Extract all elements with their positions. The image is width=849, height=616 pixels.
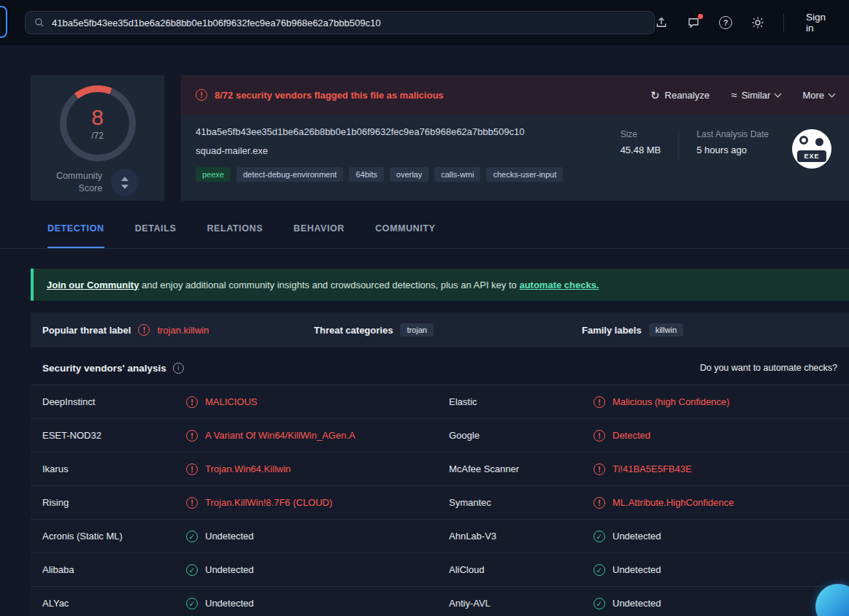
vendor-name: ALYac: [42, 598, 186, 609]
vote-down-icon[interactable]: [121, 185, 128, 189]
topbar-divider: [783, 14, 784, 31]
community-vote-stepper[interactable]: [111, 169, 139, 196]
exe-icon-eye-dot: [815, 138, 823, 146]
detection-score-donut: 8 /72: [60, 85, 136, 161]
search-bar[interactable]: [25, 11, 655, 34]
tabs-divider: [0, 248, 849, 249]
table-row: ALYac Undetected Antiy-AVL Undetected: [31, 587, 849, 616]
tag-detect-debug-environment[interactable]: detect-debug-environment: [237, 167, 343, 182]
upload-icon[interactable]: [655, 16, 668, 29]
table-row: Acronis (Static ML) Undetected AhnLab-V3…: [31, 520, 849, 553]
tag-overlay[interactable]: overlay: [390, 167, 429, 182]
exe-icon-eye-ring: [799, 136, 808, 145]
tag-checks-user-input[interactable]: checks-user-input: [486, 167, 563, 182]
scan-result: Trojan.KillWin!8.7F6 (CLOUD): [186, 497, 449, 509]
similar-button[interactable]: ≈ Similar: [731, 90, 780, 101]
scan-result: Undetected: [593, 598, 837, 609]
join-community-banner: Join our Community and enjoy additional …: [31, 269, 849, 301]
status-icon: [186, 396, 198, 408]
community-score-label: Community Score: [56, 170, 102, 195]
vendors-analysis-title: Security vendors' analysis: [42, 363, 166, 374]
vote-up-icon[interactable]: [121, 177, 128, 181]
meta-divider: [678, 131, 679, 161]
file-name: squad-mailer.exe: [196, 145, 621, 156]
info-icon[interactable]: i: [173, 363, 184, 374]
tab-details[interactable]: DETAILS: [135, 223, 177, 249]
size-label: Size: [621, 129, 661, 139]
table-row: ESET-NOD32 A Variant Of Win64/KillWin_AG…: [31, 419, 849, 453]
threat-category-pill[interactable]: trojan: [400, 323, 434, 336]
vendor-name: ESET-NOD32: [42, 430, 186, 441]
report-tabs: DETECTION DETAILS RELATIONS BEHAVIOR COM…: [47, 223, 435, 249]
status-icon: [593, 396, 605, 408]
scan-result: ML.Attribute.HighConfidence: [593, 497, 837, 509]
chevron-down-icon: [829, 90, 836, 97]
search-icon: [34, 18, 45, 28]
vendor-name: Rising: [42, 497, 186, 508]
comments-icon[interactable]: [687, 16, 700, 29]
status-icon: [593, 531, 605, 542]
reanalyze-button[interactable]: ↻ Reanalyze: [650, 90, 710, 101]
popular-threat-value[interactable]: trojan.killwin: [157, 325, 209, 336]
vendor-name: AhnLab-V3: [449, 531, 593, 542]
status-icon: [186, 564, 198, 576]
last-analysis-value: 5 hours ago: [696, 145, 769, 155]
vendor-name: McAfee Scanner: [449, 463, 593, 474]
warning-icon: !: [196, 89, 207, 101]
status-icon: [593, 598, 605, 609]
notification-dot: [698, 14, 703, 19]
tag-peexe[interactable]: peexe: [196, 167, 231, 182]
vendor-name: Acronis (Static ML): [42, 531, 186, 542]
vendor-name: Google: [449, 430, 593, 441]
vendor-name: Antiy-AVL: [449, 598, 593, 609]
sign-in-button[interactable]: Sign in: [803, 12, 833, 34]
popular-threat-label: Popular threat label: [42, 325, 131, 336]
warning-icon: !: [138, 324, 150, 336]
flag-message: 8/72 security vendors flagged this file …: [215, 90, 444, 101]
score-positives: 8: [91, 107, 104, 128]
family-label-pill[interactable]: killwin: [649, 323, 683, 336]
tab-relations[interactable]: RELATIONS: [207, 223, 263, 249]
file-sha256[interactable]: 41ba5e5fb43ee35d1be6a26b8bb0e1b06f9632fe…: [196, 126, 621, 137]
similar-icon: ≈: [731, 90, 737, 100]
status-icon: [593, 564, 605, 576]
tag-64bits[interactable]: 64bits: [349, 167, 383, 182]
automate-checks-link[interactable]: automate checks.: [519, 280, 599, 290]
scan-result: A Variant Of Win64/KillWin_AGen.A: [186, 430, 449, 442]
scan-result: Undetected: [186, 564, 449, 576]
file-meta: Size 45.48 MB Last Analysis Date 5 hours…: [621, 129, 831, 182]
status-icon: [186, 531, 198, 542]
table-row: Alibaba Undetected AliCloud Undetected: [31, 553, 849, 587]
theme-toggle-icon[interactable]: [751, 16, 764, 29]
automate-checks-prompt[interactable]: Do you want to automate checks?: [700, 363, 837, 373]
tab-behavior[interactable]: BEHAVIOR: [293, 223, 345, 249]
score-total: /72: [91, 131, 104, 141]
refresh-icon: ↻: [650, 90, 660, 101]
file-report-card: ! 8/72 security vendors flagged this fil…: [181, 75, 849, 201]
file-tags: peexe detect-debug-environment 64bits ov…: [196, 167, 621, 182]
join-community-link[interactable]: Join our Community: [47, 280, 139, 290]
top-bar: ? Sign in: [0, 0, 849, 45]
scan-result: Ti!41BA5E5FB43E: [593, 463, 837, 475]
more-button[interactable]: More: [802, 90, 834, 101]
vendors-analysis-header: Security vendors' analysis i Do you want…: [31, 357, 849, 379]
search-input[interactable]: [52, 18, 645, 28]
exe-icon-label: EXE: [797, 150, 826, 162]
tab-detection[interactable]: DETECTION: [47, 223, 104, 249]
scan-result: Trojan.Win64.Killwin: [186, 463, 449, 475]
size-value: 45.48 MB: [621, 145, 661, 155]
status-icon: [593, 497, 605, 509]
status-icon: [593, 430, 605, 442]
window-edge-artifact: [0, 6, 7, 38]
help-icon[interactable]: ?: [719, 16, 732, 29]
community-banner-text: and enjoy additional community insights …: [139, 280, 519, 290]
status-icon: [186, 430, 198, 442]
community-score-card: 8 /72 Community Score: [31, 75, 164, 201]
scan-result: Undetected: [186, 531, 449, 542]
vendor-name: Alibaba: [42, 564, 186, 575]
vendor-name: Ikarus: [42, 463, 186, 474]
tag-calls-wmi[interactable]: calls-wmi: [434, 167, 480, 182]
status-icon: [593, 463, 605, 475]
tab-community[interactable]: COMMUNITY: [375, 223, 435, 249]
vendor-name: Elastic: [449, 396, 593, 407]
